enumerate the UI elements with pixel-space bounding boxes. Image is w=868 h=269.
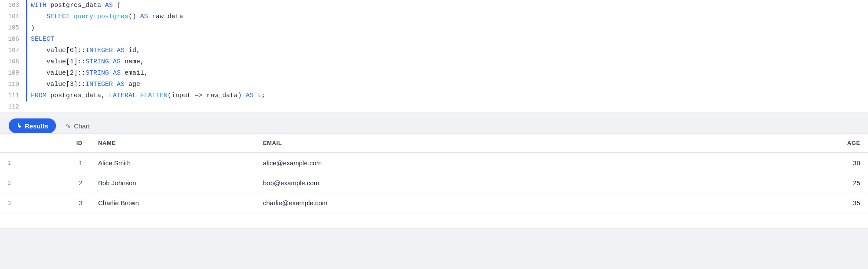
line-content: ) xyxy=(26,23,868,34)
code-line: 103WITH postgres_data AS ( xyxy=(0,0,868,11)
table-row: 22Bob Johnsonbob@example.com25 xyxy=(0,173,868,193)
code-line: 106SELECT xyxy=(0,34,868,45)
code-line: 108 value[1]::STRING AS name, xyxy=(0,56,868,68)
results-tab-label: Results xyxy=(25,122,48,130)
line-content: SELECT xyxy=(26,34,868,45)
chart-tab-label: Chart xyxy=(74,122,90,130)
tabs-bar: ↳ Results ∿ Chart xyxy=(0,112,868,133)
line-number: 112 xyxy=(0,102,26,112)
cell-age: 30 xyxy=(455,153,868,173)
col-header-row_num xyxy=(0,134,21,153)
code-line: 104 SELECT query_postgres() AS raw_data xyxy=(0,11,868,23)
line-content xyxy=(26,108,868,108)
line-content: FROM postgres_data, LATERAL FLATTEN(inpu… xyxy=(26,90,868,102)
line-number: 111 xyxy=(0,90,26,101)
cell-name: Bob Johnson xyxy=(90,173,255,193)
line-content: value[2]::STRING AS email, xyxy=(26,68,868,79)
cell-email: bob@example.com xyxy=(255,173,455,193)
cell-email: alice@example.com xyxy=(255,153,455,173)
chart-wave-icon: ∿ xyxy=(66,122,71,130)
line-content: WITH postgres_data AS ( xyxy=(26,0,868,11)
code-line: 107 value[0]::INTEGER AS id, xyxy=(0,45,868,56)
line-content: SELECT query_postgres() AS raw_data xyxy=(26,11,868,23)
cell-id: 3 xyxy=(21,193,90,213)
line-content: value[1]::STRING AS name, xyxy=(26,56,868,68)
col-header-id: ID xyxy=(21,134,90,153)
line-number: 106 xyxy=(0,34,26,44)
line-number: 103 xyxy=(0,0,26,10)
line-number: 104 xyxy=(0,11,26,22)
code-line: 112 xyxy=(0,102,868,112)
line-content: value[0]::INTEGER AS id, xyxy=(26,45,868,56)
cell-row_num: 1 xyxy=(0,153,21,173)
results-section: IDNAMEEMAILAGE 11Alice Smithalice@exampl… xyxy=(0,133,868,229)
cell-id: 2 xyxy=(21,173,90,193)
code-editor: 103WITH postgres_data AS (104 SELECT que… xyxy=(0,0,868,112)
line-number: 110 xyxy=(0,79,26,89)
cell-row_num: 2 xyxy=(0,173,21,193)
line-number: 108 xyxy=(0,56,26,67)
cell-email: charlie@example.com xyxy=(255,193,455,213)
col-header-name: NAME xyxy=(90,134,255,153)
cell-age: 35 xyxy=(455,193,868,213)
code-line: 111FROM postgres_data, LATERAL FLATTEN(i… xyxy=(0,90,868,102)
code-line: 109 value[2]::STRING AS email, xyxy=(0,68,868,79)
line-number: 105 xyxy=(0,23,26,33)
code-line: 105) xyxy=(0,23,868,34)
cell-row_num: 3 xyxy=(0,193,21,213)
code-line: 110 value[3]::INTEGER AS age xyxy=(0,79,868,90)
code-table: 103WITH postgres_data AS (104 SELECT que… xyxy=(0,0,868,112)
cell-name: Charlie Brown xyxy=(90,193,255,213)
line-content: value[3]::INTEGER AS age xyxy=(26,79,868,90)
table-empty-row xyxy=(0,213,868,229)
tab-chart[interactable]: ∿ Chart xyxy=(59,118,96,133)
col-header-email: EMAIL xyxy=(255,134,455,153)
line-number: 107 xyxy=(0,45,26,56)
line-number: 109 xyxy=(0,68,26,78)
col-header-age: AGE xyxy=(455,134,868,153)
cell-age: 25 xyxy=(455,173,868,193)
cell-name: Alice Smith xyxy=(90,153,255,173)
results-table: IDNAMEEMAILAGE 11Alice Smithalice@exampl… xyxy=(0,134,868,229)
cell-id: 1 xyxy=(21,153,90,173)
results-arrow-icon: ↳ xyxy=(16,122,22,130)
table-header-row: IDNAMEEMAILAGE xyxy=(0,134,868,153)
tab-results[interactable]: ↳ Results xyxy=(9,118,56,133)
table-row: 11Alice Smithalice@example.com30 xyxy=(0,153,868,173)
table-row: 33Charlie Browncharlie@example.com35 xyxy=(0,193,868,213)
